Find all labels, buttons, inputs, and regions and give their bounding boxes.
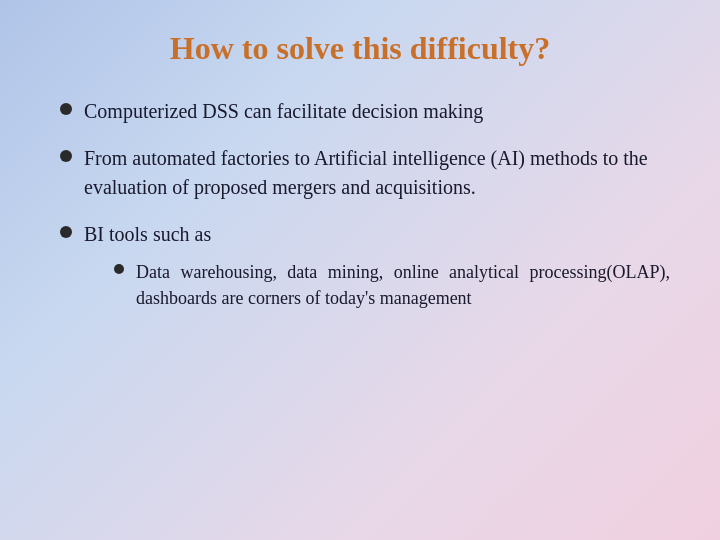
slide-title: How to solve this difficulty? [50, 30, 670, 67]
sub-bullet-icon-1 [114, 264, 124, 274]
bullet-item-1: Computerized DSS can facilitate decision… [60, 97, 670, 126]
sub-bullet-item-1: Data warehousing, data mining, online an… [114, 259, 670, 311]
slide-content: Computerized DSS can facilitate decision… [50, 97, 670, 510]
bullet-text-2: From automated factories to Artificial i… [84, 144, 670, 202]
bullet-icon-3 [60, 226, 72, 238]
bullet-item-3: BI tools such as Data warehousing, data … [60, 220, 670, 311]
bullet-icon-1 [60, 103, 72, 115]
bullet-text-1: Computerized DSS can facilitate decision… [84, 97, 483, 126]
bullet-text-3: BI tools such as [84, 220, 670, 249]
bullet-icon-2 [60, 150, 72, 162]
sub-bullet-text-1: Data warehousing, data mining, online an… [136, 259, 670, 311]
slide: How to solve this difficulty? Computeriz… [0, 0, 720, 540]
bullet-item-2: From automated factories to Artificial i… [60, 144, 670, 202]
sub-bullets: Data warehousing, data mining, online an… [84, 253, 670, 311]
